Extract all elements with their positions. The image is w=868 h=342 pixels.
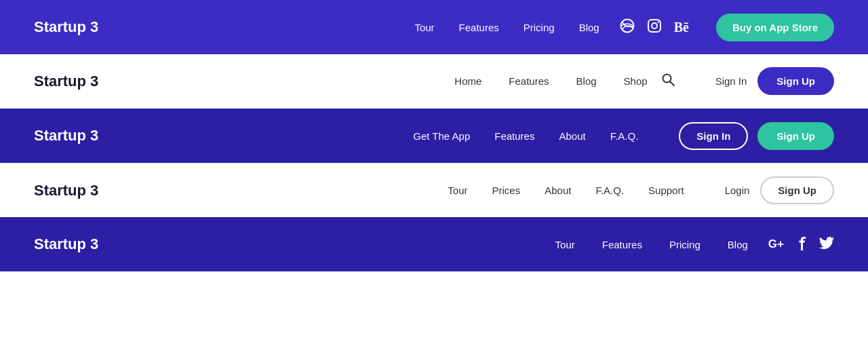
nav1-link-features[interactable]: Features (459, 22, 499, 33)
nav1-social-icons: Bē (620, 18, 689, 37)
nav5-link-features[interactable]: Features (602, 239, 642, 250)
nav1-links: Tour Features Pricing Blog (414, 22, 599, 33)
nav4-sign-up-button[interactable]: Sign Up (760, 176, 834, 204)
svg-point-3 (657, 21, 658, 22)
nav5-social-icons: G+ (768, 235, 834, 254)
nav3-link-about[interactable]: About (559, 130, 585, 142)
nav4-login[interactable]: Login (725, 185, 750, 196)
buy-app-store-button[interactable]: Buy on App Store (716, 14, 834, 41)
nav2-sign-in[interactable]: Sign In (715, 75, 747, 87)
nav2-link-home[interactable]: Home (454, 75, 481, 87)
nav5-logo: Startup 3 (34, 235, 98, 253)
nav1-link-tour[interactable]: Tour (414, 22, 434, 33)
nav4-link-faq[interactable]: F.A.Q. (595, 185, 624, 196)
nav5-links: Tour Features Pricing Blog (555, 239, 748, 250)
nav2-link-blog[interactable]: Blog (576, 75, 597, 87)
nav3-links: Get The App Features About F.A.Q. (413, 130, 638, 142)
nav4-link-tour[interactable]: Tour (448, 185, 467, 196)
nav2-link-features[interactable]: Features (509, 75, 549, 87)
svg-point-2 (652, 23, 657, 28)
navbar-5: Startup 3 Tour Features Pricing Blog G+ (0, 217, 868, 271)
nav2-logo: Startup 3 (34, 73, 98, 90)
dribbble-icon[interactable] (620, 18, 635, 37)
nav3-sign-up-button[interactable]: Sign Up (757, 122, 834, 150)
nav3-link-faq[interactable]: F.A.Q. (610, 130, 639, 142)
nav3-logo: Startup 3 (34, 127, 98, 145)
nav1-logo: Startup 3 (34, 18, 98, 36)
behance-icon[interactable]: Bē (674, 20, 689, 35)
nav2-links: Home Features Blog Shop (454, 75, 647, 87)
svg-point-4 (663, 75, 671, 83)
googleplus-icon[interactable]: G+ (768, 238, 784, 251)
navbar-1: Startup 3 Tour Features Pricing Blog Bē … (0, 0, 868, 54)
search-icon[interactable] (661, 73, 675, 90)
nav4-link-support[interactable]: Support (648, 185, 684, 196)
navbar-2: Startup 3 Home Features Blog Shop Sign I… (0, 54, 868, 109)
twitter-icon[interactable] (819, 237, 834, 252)
nav4-link-about[interactable]: About (545, 185, 571, 196)
svg-line-5 (670, 82, 674, 86)
nav1-link-pricing[interactable]: Pricing (524, 22, 555, 33)
facebook-icon[interactable] (797, 235, 806, 254)
nav4-link-prices[interactable]: Prices (492, 185, 521, 196)
nav3-link-gettheapp[interactable]: Get The App (413, 130, 470, 142)
navbar-4: Startup 3 Tour Prices About F.A.Q. Suppo… (0, 163, 868, 217)
instagram-icon[interactable] (647, 18, 662, 37)
nav5-link-blog[interactable]: Blog (728, 239, 748, 250)
nav5-link-pricing[interactable]: Pricing (669, 239, 701, 250)
nav5-link-tour[interactable]: Tour (555, 239, 575, 250)
nav3-sign-in-button[interactable]: Sign In (679, 122, 748, 150)
nav3-link-features[interactable]: Features (494, 130, 534, 142)
navbar-3: Startup 3 Get The App Features About F.A… (0, 109, 868, 163)
nav4-links: Tour Prices About F.A.Q. Support (448, 185, 684, 196)
nav2-sign-up-button[interactable]: Sign Up (757, 67, 834, 95)
nav2-link-shop[interactable]: Shop (624, 75, 648, 87)
nav4-logo: Startup 3 (34, 182, 98, 200)
nav1-link-blog[interactable]: Blog (579, 22, 599, 33)
